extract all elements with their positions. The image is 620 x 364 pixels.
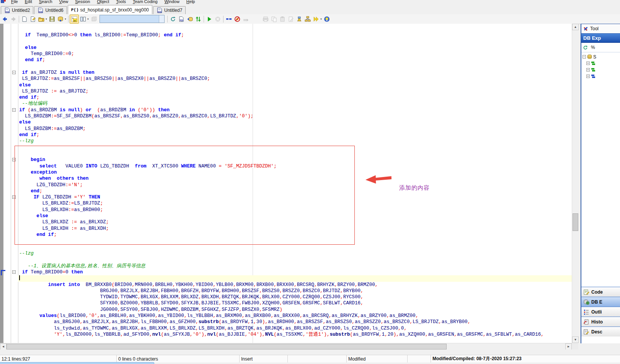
macro-icon[interactable] [90,15,98,23]
tab-untitled2[interactable]: SQLUntitled2 [1,6,33,14]
nav-forward-icon[interactable] [9,15,18,23]
code-line[interactable]: JG0000,SFSY00,SFBJ00,HZDWMC,BRDZBM,SFGHX… [19,307,572,313]
scroll-up-icon[interactable]: ▲ [572,24,579,30]
code-line[interactable]: if as_BRJTDZ is null then [19,70,572,76]
menu-team-coding[interactable]: Team Coding [129,0,161,4]
code-line[interactable]: else [19,82,572,88]
code-line[interactable]: ls_tydwid,as_TYDWMC,as_BRLXGX,as_BRLXXM,… [19,325,572,332]
code-line[interactable]: LS_BRDZBM:=as_BRDZBM; [19,126,572,132]
code-line[interactable]: else [19,119,572,125]
save-to-database-icon[interactable] [56,15,65,23]
sidebar-panel-histo[interactable]: Histo [581,317,620,327]
code-line[interactable]: SFYX00,BZ0000,YBBRLB,SFYD00,SFYXJB,BJJBI… [19,300,572,306]
step-over-icon[interactable] [241,15,250,23]
refresh-icon[interactable] [169,15,177,23]
fold-collapse-icon[interactable]: − [12,108,16,112]
vertical-scroll-thumb[interactable] [573,213,578,231]
code-line[interactable]: if Temp_BRID00=0 then [19,269,572,275]
breakpoint-icon[interactable] [225,15,233,23]
sidebar-filter-row[interactable]: % [581,43,620,52]
code-line[interactable]: 'Y',ls_BZ0000,ls_YBBRLB,ad_SFYD00,nvl(as… [19,332,572,338]
new-document-icon[interactable] [20,15,29,23]
nav-back-icon[interactable] [1,15,9,23]
tree-row[interactable]: + [581,73,620,80]
scroll-left-icon[interactable]: ◄ [0,343,7,350]
menu-tools[interactable]: Tools [113,0,129,4]
code-line[interactable]: as_BRGJ00,as_BRZJLX,as_BRZJBH,ls_FBBH00,… [19,319,572,325]
code-line[interactable]: --1、设置病人的基本信息,姓名、性别、病历号等信息 [19,263,572,269]
filter-pattern[interactable]: % [591,45,595,50]
explain-plan-icon[interactable] [303,15,312,23]
code-line[interactable]: end if; [19,94,572,101]
describe-tool-icon[interactable]: aab [70,15,79,24]
code-line[interactable]: LS_BRJTDZ := as_BRJTDZ; [19,88,572,94]
code-line[interactable]: LS_BRDZBM:=SF_SF_BRDZBM(as_BRSZSF,as_BRS… [19,113,572,119]
sidebar-panel-desc[interactable]: Desc [581,327,620,336]
code-line[interactable] [19,63,572,70]
tree-row-s[interactable]: −S [581,54,620,60]
swap-arrows-icon[interactable] [194,15,202,23]
scroll-right-icon[interactable]: ► [565,343,572,350]
code-line[interactable]: --lzg [19,250,572,257]
tree-row[interactable]: + [581,60,620,67]
copy-icon[interactable] [270,15,278,23]
combo-scroll-icon[interactable] [159,15,164,23]
code-line[interactable]: end if; [19,57,572,63]
code-line[interactable]: --地址编码 [19,101,572,107]
code-line[interactable]: if (as_BRDZBM is null) or (as_BRDZBM in … [19,107,572,113]
fold-collapse-icon[interactable]: − [12,71,16,74]
code-line[interactable]: end if; [19,132,572,138]
open-file-icon[interactable] [37,15,46,23]
sidebar-panel-code[interactable]: Code [581,287,620,297]
execute-sql-window-icon[interactable]: SQL [177,15,186,23]
db-explorer-header[interactable]: DB Exp [581,34,620,43]
code-line[interactable]: values(ls_BRID00,'0',as_BRBLH0,as_YBKH00… [19,313,572,319]
menu-session[interactable]: Session [72,0,93,4]
paste-icon[interactable] [278,15,287,23]
code-line[interactable]: else [19,45,572,51]
menu-file[interactable]: File [8,0,21,4]
menu-view[interactable]: View [56,0,72,4]
refresh-icon[interactable] [583,45,588,50]
print-icon[interactable] [261,15,270,23]
tree-expand-icon[interactable]: + [586,75,590,78]
code-assistant-icon[interactable] [323,15,331,23]
tab-untitled7[interactable]: SQLUntitled7 [153,6,186,14]
save-file-icon[interactable] [48,15,56,23]
tree-row[interactable]: + [581,67,620,73]
tab-untitled6[interactable]: SQLUntitled6 [34,6,67,14]
sidebar-toolbar[interactable]: Tool [581,24,620,34]
code-line[interactable] [19,244,572,250]
split-editor-icon[interactable] [79,15,87,23]
menu-search[interactable]: Search [36,0,56,4]
code-line[interactable]: if Temp_BRID00<>0 then ls_BRID00:=Temp_B… [19,32,572,38]
edit-icon[interactable] [287,15,295,23]
quick-select-combo[interactable] [100,15,165,23]
sidebar-panel-db-e[interactable]: DB E [581,297,620,307]
menu-edit[interactable]: Edit [21,0,36,4]
toggle-debugger-icon[interactable] [233,15,241,23]
menu-window[interactable]: Window [161,0,183,4]
next-marker-icon[interactable] [312,15,320,23]
tree-collapse-icon[interactable]: − [582,55,586,58]
vertical-scrollbar[interactable]: ▲ ▼ [572,24,579,343]
code-line[interactable]: TYDWID,TYDWMC,BRLXGX,BRLXXM,BRLXDZ,BRLXD… [19,294,572,300]
horizontal-scroll-thumb[interactable] [7,344,447,349]
program-editor-icon[interactable] [29,15,37,23]
code-line[interactable] [19,257,572,263]
menu-help[interactable]: Help [183,0,199,4]
break-execution-icon[interactable] [214,15,222,23]
sidebar-panel-outli[interactable]: Outli [581,307,620,317]
menu-object[interactable]: Object [93,0,113,4]
code-line[interactable]: LS_BRJTDZ:=as_BRSZSF||as_BRSZS0||as_BRSZ… [19,76,572,82]
code-line[interactable] [19,38,572,44]
tab-sd-hospital-sp-sf-brxx00-reg000[interactable]: P()sd_hospital.sp_sf_brxx00_reg000 [68,5,152,14]
fetch-data-icon[interactable] [186,15,194,23]
scroll-down-icon[interactable]: ▼ [572,336,579,343]
tree-expand-icon[interactable]: + [586,62,590,65]
code-line[interactable]: BRGJ00,BRZJLX,BRZJBH,FBBH00,BRGFZH,BRDYF… [19,288,572,294]
code-line[interactable]: --lzg [19,138,572,144]
code-line[interactable]: insert into BM_BRXXB0(BRID00,MRN000,BRBL… [19,282,572,288]
tree-expand-icon[interactable]: + [586,68,590,72]
horizontal-scrollbar[interactable]: ◄ ► [0,343,572,350]
